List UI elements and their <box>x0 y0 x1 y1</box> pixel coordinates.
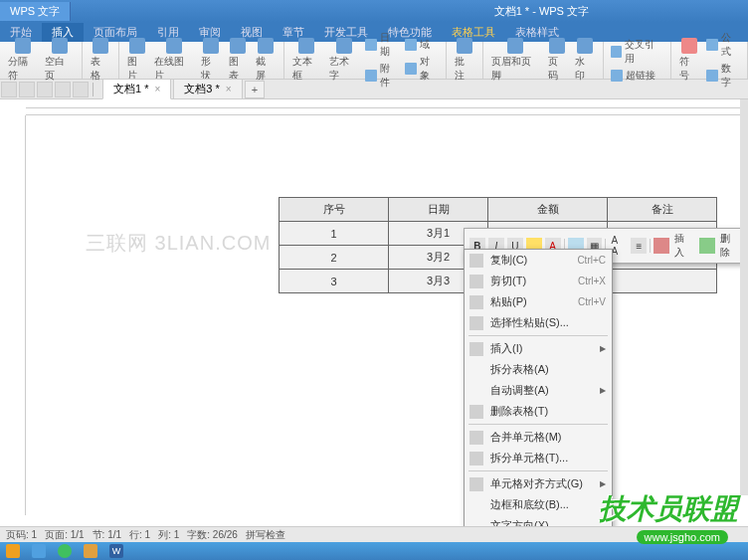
ctx-auto-fit[interactable]: 自动调整(A)▶ <box>465 380 612 401</box>
ctx-borders[interactable]: 边框和底纹(B)... <box>465 494 612 515</box>
textbox-icon <box>298 38 314 54</box>
comment-icon <box>457 38 472 54</box>
qat-undo[interactable] <box>55 82 71 97</box>
doc-tab-2[interactable]: 文档3 * × <box>173 79 242 99</box>
ctx-split-table[interactable]: 拆分表格(A) <box>465 359 612 380</box>
ribbon-symbol[interactable]: 符号 <box>675 36 703 85</box>
mini-delete-label[interactable]: 删除 <box>718 232 742 260</box>
vertical-scrollbar[interactable] <box>740 99 748 495</box>
ribbon-picture[interactable]: 图片 <box>123 36 150 85</box>
cross-ref-icon <box>611 46 623 58</box>
paste-icon <box>469 295 483 309</box>
cell-align-icon <box>469 477 483 491</box>
ribbon-equation[interactable]: 公式 <box>703 30 743 60</box>
table-header-row: 序号 日期 金额 备注 <box>280 198 717 222</box>
status-spell[interactable]: 拼写检查 <box>246 528 285 542</box>
ctx-paste-special[interactable]: 选择性粘贴(S)... <box>465 312 612 333</box>
ribbon-header-footer[interactable]: 页眉和页脚 <box>487 36 544 85</box>
ctx-merge-cells[interactable]: 合并单元格(M) <box>465 427 612 448</box>
wordart-icon <box>336 38 352 54</box>
close-tab-1-icon[interactable]: × <box>154 84 160 94</box>
th-remark[interactable]: 备注 <box>608 198 717 222</box>
vertical-ruler[interactable] <box>0 115 26 515</box>
ribbon-screenshot[interactable]: 截屏 <box>252 36 279 85</box>
insert-icon <box>469 342 483 356</box>
chart-icon <box>230 38 246 54</box>
th-amount[interactable]: 金额 <box>488 198 608 222</box>
ctx-copy[interactable]: 复制(C)Ctrl+C <box>465 250 612 271</box>
ctx-split-cells[interactable]: 拆分单元格(T)... <box>465 448 612 468</box>
ribbon-date[interactable]: 日期 <box>362 30 402 60</box>
taskbar-explorer[interactable] <box>26 542 52 560</box>
page-num-icon <box>549 38 565 54</box>
mini-insert-icon[interactable] <box>654 238 669 254</box>
ribbon-table[interactable]: 表格 <box>87 36 113 85</box>
ribbon-blank-page[interactable]: 空白页 <box>41 36 78 85</box>
workspace: 三联网 3LIAN.COM 序号 日期 金额 备注 1 3月1 2 3月2 <box>0 115 748 515</box>
delete-table-icon <box>469 405 483 419</box>
equation-icon <box>706 39 718 51</box>
mini-delete-icon[interactable] <box>699 238 715 254</box>
ribbon-toolbar: 分隔符 空白页 表格 图片 在线图片 形状 图表 截屏 文本框 艺术字 日期 附… <box>0 42 748 80</box>
cell[interactable]: 1 <box>280 222 389 246</box>
cell[interactable]: 3 <box>280 270 389 293</box>
ribbon-page-num[interactable]: 页码 <box>544 36 571 85</box>
ribbon-separator[interactable]: 分隔符 <box>4 36 41 85</box>
taskbar-wps[interactable]: W <box>103 542 129 560</box>
split-cells-icon <box>469 452 483 466</box>
ribbon-wordart[interactable]: 艺术字 <box>325 36 362 85</box>
taskbar-folder[interactable] <box>78 542 103 560</box>
bullet-list-button[interactable]: ≡ <box>631 238 647 254</box>
doc-tab-2-label: 文档3 * <box>184 82 219 96</box>
ctx-cut[interactable]: 剪切(T)Ctrl+X <box>465 271 612 291</box>
ribbon-cross-ref[interactable]: 交叉引用 <box>608 37 667 67</box>
ribbon-shapes[interactable]: 形状 <box>197 36 224 85</box>
taskbar-browser[interactable] <box>52 542 78 560</box>
copy-icon <box>469 254 483 268</box>
logo-text: 技术员联盟 <box>599 490 738 528</box>
ribbon-field[interactable]: 域 <box>402 37 442 53</box>
doc-tab-1-label: 文档1 * <box>113 82 148 96</box>
date-icon <box>365 39 377 51</box>
ctx-delete-table[interactable]: 删除表格(T) <box>465 401 612 422</box>
field-icon <box>405 39 417 51</box>
attachment-icon <box>365 70 377 82</box>
ribbon-hyperlink[interactable]: 超链接 <box>608 68 667 84</box>
merge-cells-icon <box>469 431 483 445</box>
ctx-insert[interactable]: 插入(I)▶ <box>465 338 612 359</box>
blank-page-icon <box>52 38 68 54</box>
ribbon-object[interactable]: 对象 <box>402 54 442 84</box>
ribbon-online-picture[interactable]: 在线图片 <box>150 36 197 85</box>
ctx-paste[interactable]: 粘贴(P)Ctrl+V <box>465 291 612 312</box>
symbol-icon <box>681 38 697 54</box>
th-index[interactable]: 序号 <box>280 198 389 222</box>
start-button[interactable] <box>0 542 26 560</box>
ribbon-textbox[interactable]: 文本框 <box>288 36 325 85</box>
qat-new[interactable] <box>1 82 17 97</box>
window-title: 文档1 * - WPS 文字 <box>494 4 589 19</box>
qat-save[interactable] <box>19 82 35 97</box>
watermark-text: 三联网 3LIAN.COM <box>86 230 271 257</box>
ribbon-attachment[interactable]: 附件 <box>362 61 402 91</box>
qat-print[interactable] <box>37 82 53 97</box>
ribbon-number[interactable]: 数字 <box>703 61 743 91</box>
new-tab-button[interactable]: + <box>245 81 265 98</box>
title-bar: WPS 文字 文档1 * - WPS 文字 <box>0 0 748 22</box>
horizontal-ruler[interactable] <box>26 99 748 115</box>
ribbon-watermark[interactable]: 水印 <box>571 36 598 85</box>
ctx-cell-align[interactable]: 单元格对齐方式(G)▶ <box>465 473 612 494</box>
context-menu: 复制(C)Ctrl+C 剪切(T)Ctrl+X 粘贴(P)Ctrl+V 选择性粘… <box>464 249 613 560</box>
cut-icon <box>469 275 483 288</box>
mini-insert-label[interactable]: 插入 <box>672 232 696 260</box>
document-canvas[interactable]: 三联网 3LIAN.COM 序号 日期 金额 备注 1 3月1 2 3月2 <box>26 115 748 515</box>
cell[interactable]: 2 <box>280 246 389 270</box>
ribbon-chart[interactable]: 图表 <box>225 36 252 85</box>
th-date[interactable]: 日期 <box>389 198 488 222</box>
separator-icon <box>15 38 31 54</box>
doc-tab-1[interactable]: 文档1 * × <box>102 79 171 99</box>
ribbon-comment[interactable]: 批注 <box>451 36 477 85</box>
cell[interactable] <box>608 270 717 293</box>
status-chars: 字数: 26/26 <box>187 528 238 542</box>
qat-redo[interactable] <box>73 82 89 97</box>
close-tab-2-icon[interactable]: × <box>226 84 232 94</box>
